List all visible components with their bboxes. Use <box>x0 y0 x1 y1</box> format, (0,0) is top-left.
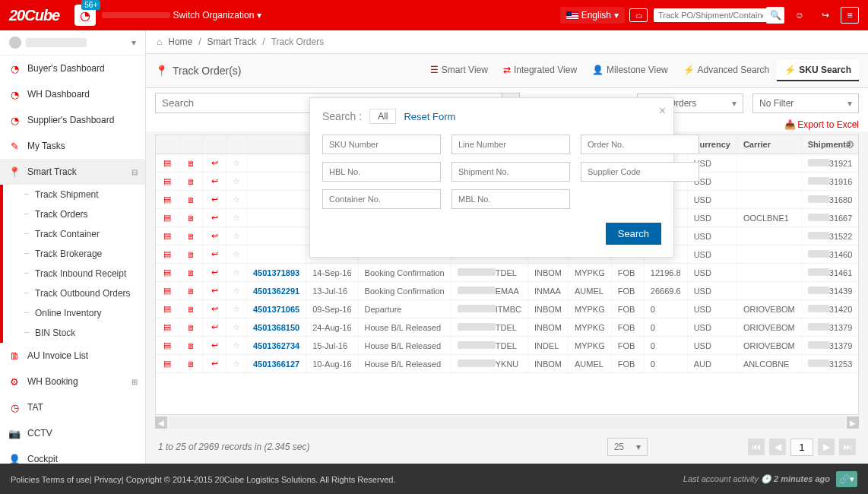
org-badge[interactable]: ◔ 56+ <box>74 5 96 26</box>
doc-icon[interactable]: 🗎 <box>185 232 196 241</box>
reply-icon[interactable]: ↩ <box>209 231 220 241</box>
table-row[interactable]: ▤ 🗎 ↩ ☆ 4501366127 10-Aug-16 House B/L R… <box>156 355 859 373</box>
reply-icon[interactable]: ↩ <box>209 286 220 296</box>
star-icon[interactable]: ☆ <box>233 268 240 277</box>
scroll-right-icon[interactable]: ▶ <box>847 416 859 429</box>
sidebar-item-cctv[interactable]: 📷CCTV <box>0 420 145 446</box>
page-next-button[interactable]: ▶ <box>818 439 835 455</box>
sidebar-subitem-track-orders[interactable]: Track Orders <box>15 204 145 224</box>
list-icon[interactable]: ▤ <box>162 268 173 277</box>
list-icon[interactable]: ▤ <box>162 176 173 186</box>
table-header[interactable] <box>227 135 247 154</box>
table-header[interactable] <box>179 135 203 154</box>
close-icon[interactable]: × <box>659 104 666 118</box>
breadcrumb-level1[interactable]: Smart Track <box>207 36 257 47</box>
order-link[interactable]: 4501362291 <box>253 287 299 296</box>
reply-icon[interactable]: ↩ <box>209 268 220 277</box>
order-link[interactable]: 4501368150 <box>253 323 299 332</box>
logout-icon[interactable]: ↪ <box>815 5 836 26</box>
star-icon[interactable]: ☆ <box>233 359 240 368</box>
list-icon[interactable]: ▤ <box>162 286 173 296</box>
doc-icon[interactable]: 🗎 <box>185 159 196 168</box>
star-icon[interactable]: ☆ <box>233 176 240 185</box>
table-header[interactable] <box>156 135 179 154</box>
star-icon[interactable]: ☆ <box>233 340 240 350</box>
doc-icon[interactable]: 🗎 <box>185 214 196 223</box>
footer-terms-link[interactable]: Terms of use <box>42 475 90 484</box>
footer-privacy-link[interactable]: Privacy <box>94 475 122 484</box>
line-number-input[interactable] <box>451 135 570 154</box>
all-button[interactable]: All <box>369 109 396 124</box>
doc-icon[interactable]: 🗎 <box>185 323 196 332</box>
sidebar-item-wh-dashboard[interactable]: ◔WH Dashboard <box>0 81 145 107</box>
sidebar-item-smart-track[interactable]: 📍Smart Track⊟ <box>0 159 145 185</box>
list-icon[interactable]: ▤ <box>162 158 173 168</box>
doc-icon[interactable]: 🗎 <box>185 268 196 277</box>
view-tab-advanced-search[interactable]: ⚡Advanced Search <box>676 60 778 81</box>
star-icon[interactable]: ☆ <box>233 213 240 222</box>
track-search-input[interactable] <box>654 8 768 22</box>
table-header[interactable]: Carrier <box>737 135 801 154</box>
sidebar-item-my-tasks[interactable]: ✎My Tasks <box>0 133 145 159</box>
container-no--input[interactable] <box>322 189 441 209</box>
sidebar-item-tat[interactable]: ◷TAT <box>0 394 145 420</box>
star-icon[interactable]: ☆ <box>233 158 240 167</box>
reset-form-link[interactable]: Reset Form <box>404 111 455 122</box>
sidebar-subitem-track-inbound-receipt[interactable]: Track Inbound Receipt <box>15 264 145 283</box>
page-size-select[interactable]: 25 ▾ <box>607 438 648 456</box>
id-card-icon[interactable]: ▭ <box>629 8 648 22</box>
doc-icon[interactable]: 🗎 <box>185 305 196 314</box>
view-tab-smart-view[interactable]: ☰Smart View <box>423 60 496 81</box>
reply-icon[interactable]: ↩ <box>209 176 220 186</box>
order-link[interactable]: 4501371065 <box>253 305 299 314</box>
order-link[interactable]: 4501362734 <box>253 341 299 350</box>
footer-policies-link[interactable]: Policies <box>11 475 40 484</box>
doc-icon[interactable]: 🗎 <box>185 287 196 296</box>
reply-icon[interactable]: ↩ <box>209 322 220 332</box>
list-icon[interactable]: ▤ <box>162 340 173 350</box>
user-row[interactable]: ▾ <box>0 30 145 55</box>
view-tab-milestone-view[interactable]: 👤Milestone View <box>584 60 675 81</box>
menu-icon[interactable]: ≡ <box>841 7 859 24</box>
mbl-no--input[interactable] <box>451 189 570 209</box>
sidebar-item-wh-booking[interactable]: ⚙WH Booking⊞ <box>0 369 145 394</box>
page-first-button[interactable]: ⏮ <box>748 439 765 455</box>
reply-icon[interactable]: ↩ <box>209 359 220 369</box>
search-icon[interactable]: 🔍 <box>766 7 784 24</box>
no-filter-select[interactable]: No Filter▾ <box>752 93 859 113</box>
page-last-button[interactable]: ⏭ <box>839 439 856 455</box>
sidebar-subitem-track-outbound-orders[interactable]: Track Outbound Orders <box>15 283 145 303</box>
doc-icon[interactable]: 🗎 <box>185 359 196 369</box>
table-header[interactable] <box>247 135 306 154</box>
star-icon[interactable]: ☆ <box>233 195 240 204</box>
view-tab-integrated-view[interactable]: ⇄Integrated View <box>496 60 584 81</box>
page-number-input[interactable] <box>790 439 813 456</box>
reply-icon[interactable]: ↩ <box>209 158 220 168</box>
support-icon[interactable]: ☺ <box>789 5 810 26</box>
gear-icon[interactable]: ⚙ <box>845 138 855 150</box>
table-row[interactable]: ▤ 🗎 ↩ ☆ 4501368150 24-Aug-16 House B/L R… <box>156 318 859 337</box>
language-selector[interactable]: English ▾ <box>560 7 625 24</box>
view-tab-sku-search[interactable]: ⚡SKU Search <box>777 60 859 81</box>
order-link[interactable]: 4501366127 <box>253 359 299 369</box>
page-prev-button[interactable]: ◀ <box>769 439 786 455</box>
table-row[interactable]: ▤ 🗎 ↩ ☆ 4501362291 13-Jul-16 Booking Con… <box>156 282 859 300</box>
reply-icon[interactable]: ↩ <box>209 340 220 350</box>
star-icon[interactable]: ☆ <box>233 304 240 313</box>
star-icon[interactable]: ☆ <box>233 322 240 331</box>
list-icon[interactable]: ▤ <box>162 322 173 332</box>
hbl-no--input[interactable] <box>322 162 441 182</box>
sidebar-item-buyer-s-dashboard[interactable]: ◔Buyer's Dashboard <box>0 55 145 81</box>
doc-icon[interactable]: 🗎 <box>185 177 196 186</box>
reply-icon[interactable]: ↩ <box>209 213 220 223</box>
list-icon[interactable]: ▤ <box>162 359 173 369</box>
order-link[interactable]: 4501371893 <box>253 268 299 277</box>
sidebar-subitem-track-brokerage[interactable]: Track Brokerage <box>15 244 145 264</box>
table-row[interactable]: ▤ 🗎 ↩ ☆ 4501371065 09-Sep-16 Departure I… <box>156 300 859 318</box>
star-icon[interactable]: ☆ <box>233 231 240 240</box>
reply-icon[interactable]: ↩ <box>209 195 220 204</box>
sidebar-item-au-invoice-list[interactable]: 🗎AU Invoice List <box>0 343 145 369</box>
sidebar-subitem-track-shipment[interactable]: Track Shipment <box>15 185 145 204</box>
shipment-no--input[interactable] <box>451 162 570 182</box>
list-icon[interactable]: ▤ <box>162 249 173 259</box>
